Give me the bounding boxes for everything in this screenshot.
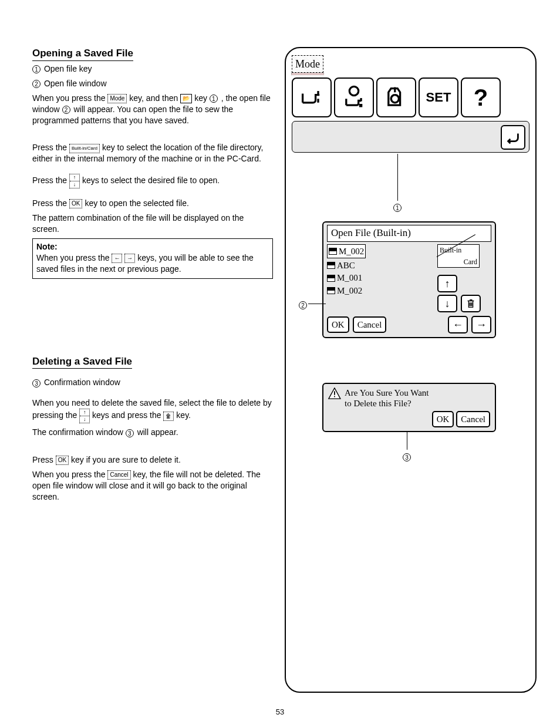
mode-toolbar: SET ? — [292, 77, 529, 117]
open-file-window: Open File (Built-in) M_002 ABC — [322, 221, 496, 338]
confirm-message: Are You Sure You Want to Delete this Fil… — [345, 387, 429, 409]
updown-keys-icon: ↑↓ — [69, 174, 80, 188]
prev-key-icon: ← — [112, 254, 122, 263]
circle-1b: 1 — [210, 95, 218, 103]
device-panel: Mode — [285, 47, 537, 693]
section1-heading: Opening a Saved File — [32, 47, 133, 61]
file-icon — [329, 248, 337, 255]
ok-key-icon-2: OK — [56, 456, 69, 465]
secondary-bar — [292, 121, 529, 153]
circle-2b: 2 — [62, 106, 70, 114]
section1-p1: When you press the Mode key, and then 📂 … — [32, 93, 273, 126]
bullet-1-text: Open file key — [44, 64, 92, 73]
confirmation-window: Are You Sure You Want to Delete this Fil… — [322, 383, 496, 432]
note-label: Note: — [36, 241, 269, 252]
file-row[interactable]: M_002 — [327, 285, 434, 297]
folder-key-icon: 📂 — [180, 94, 192, 103]
svg-rect-2 — [334, 391, 335, 395]
note-box: Note: When you press the ← → keys, you w… — [32, 238, 273, 279]
bullet-3-text: Confirmation window — [44, 378, 120, 387]
svg-point-0 — [349, 87, 358, 96]
file-icon — [327, 275, 335, 282]
location-toggle[interactable]: Built-in Card — [437, 244, 480, 268]
callout-label-3: 3 — [403, 451, 412, 463]
section1-p3: Press the ↑↓ keys to select the desired … — [32, 174, 273, 188]
section1-p2: Press the Built-in/Card key to select th… — [32, 142, 273, 164]
next-key-icon: → — [124, 254, 135, 263]
trash-key-icon: 🗑 — [163, 412, 174, 421]
circle-3b: 3 — [126, 429, 134, 437]
down-button[interactable]: ↓ — [437, 295, 457, 312]
circle-3: 3 — [32, 379, 41, 387]
updown-keys-icon-2: ↑↓ — [79, 409, 90, 423]
mode-key-icon: Mode — [107, 94, 127, 103]
mode-tab[interactable]: Mode — [292, 55, 323, 73]
callout-label-2: 2 — [299, 299, 308, 311]
section1-p5: The pattern combination of the file will… — [32, 213, 273, 235]
right-column: Mode — [285, 47, 537, 693]
ok-button[interactable]: OK — [327, 316, 349, 333]
file-icon — [327, 287, 335, 294]
left-column: Opening a Saved File 1 Open file key 2 O… — [32, 47, 273, 693]
section2-p2: The confirmation window 3 will appear. — [32, 427, 273, 438]
next-page-button[interactable]: → — [471, 316, 491, 333]
bullet-1: 1 Open file key — [32, 63, 273, 75]
svg-rect-3 — [334, 396, 335, 397]
file-list: M_002 ABC M_001 — [327, 244, 434, 312]
location-key-icon: Built-in/Card — [69, 144, 100, 153]
file-row[interactable]: ABC — [327, 259, 434, 272]
circle-2: 2 — [32, 80, 41, 88]
bullet-3: 3 Confirmation window — [32, 377, 273, 388]
section2-heading: Deleting a Saved File — [32, 355, 132, 369]
cancel-button[interactable]: Cancel — [353, 316, 387, 333]
section2-p3: Press OK key if you are sure to delete i… — [32, 454, 273, 466]
section2-p4: When you press the Cancel key, the file … — [32, 469, 273, 503]
return-button[interactable] — [501, 125, 525, 150]
file-row-selected[interactable]: M_002 — [327, 244, 366, 258]
circle-1: 1 — [32, 65, 41, 73]
bullet-2-text: Open file window — [44, 79, 107, 88]
confirm-cancel-button[interactable]: Cancel — [456, 411, 490, 427]
svg-rect-1 — [359, 104, 363, 107]
embroidery-mode-button[interactable] — [334, 77, 374, 117]
page-number: 53 — [0, 707, 560, 717]
prev-page-button[interactable]: ← — [448, 316, 468, 333]
delete-button[interactable] — [461, 295, 481, 312]
section1-p4: Press the OK key to open the selected fi… — [32, 198, 273, 209]
callout-line-2 — [308, 304, 326, 304]
up-button[interactable]: ↑ — [437, 275, 457, 292]
section2-p1: When you need to delete the saved file, … — [32, 397, 273, 423]
confirm-ok-button[interactable]: OK — [432, 411, 454, 427]
callout-line-3 — [407, 432, 407, 450]
cancel-key-icon: Cancel — [107, 470, 130, 480]
file-window-controls: Built-in Card ↑ ↓ — [437, 244, 491, 312]
note-text: When you press the ← → keys, you will be… — [36, 252, 269, 275]
file-icon — [327, 262, 335, 269]
callout-line-1 — [397, 154, 398, 201]
callout-label-1: 1 — [393, 202, 403, 213]
warning-icon — [328, 387, 341, 399]
set-button[interactable]: SET — [419, 77, 458, 117]
help-button[interactable]: ? — [461, 77, 501, 117]
open-file-button[interactable] — [376, 77, 416, 117]
sewing-mode-button[interactable] — [292, 77, 332, 117]
file-row[interactable]: M_001 — [327, 272, 434, 284]
bullet-2: 2 Open file window — [32, 78, 273, 89]
ok-key-icon: OK — [69, 199, 82, 208]
